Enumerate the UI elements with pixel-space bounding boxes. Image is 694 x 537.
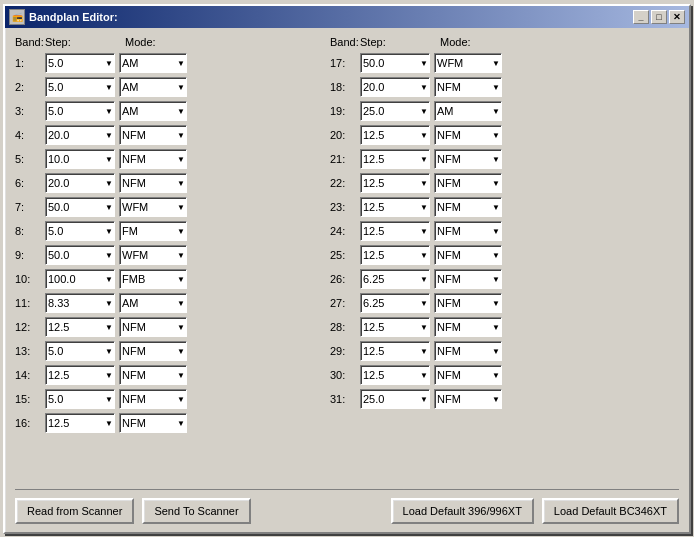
mode-select-24[interactable]: AMFMNFMWFMFMB — [434, 221, 502, 241]
mode-select-26[interactable]: AMFMNFMWFMFMB — [434, 269, 502, 289]
step-select-10[interactable]: 5.06.258.3310.012.520.025.050.0100.0 — [45, 269, 115, 289]
step-select-11[interactable]: 5.06.258.3310.012.520.025.050.0100.0 — [45, 293, 115, 313]
step-wrapper-15: 5.06.258.3310.012.520.025.050.0100.0 — [45, 389, 115, 409]
load-default-396-button[interactable]: Load Default 396/996XT — [391, 498, 534, 524]
step-select-15[interactable]: 5.06.258.3310.012.520.025.050.0100.0 — [45, 389, 115, 409]
step-select-30[interactable]: 5.06.258.3310.012.520.025.050.0100.0 — [360, 365, 430, 385]
step-select-23[interactable]: 5.06.258.3310.012.520.025.050.0100.0 — [360, 197, 430, 217]
step-select-16[interactable]: 5.06.258.3310.012.520.025.050.0100.0 — [45, 413, 115, 433]
step-select-22[interactable]: 5.06.258.3310.012.520.025.050.0100.0 — [360, 173, 430, 193]
step-select-24[interactable]: 5.06.258.3310.012.520.025.050.0100.0 — [360, 221, 430, 241]
mode-select-18[interactable]: AMFMNFMWFMFMB — [434, 77, 502, 97]
step-wrapper-29: 5.06.258.3310.012.520.025.050.0100.0 — [360, 341, 430, 361]
step-select-29[interactable]: 5.06.258.3310.012.520.025.050.0100.0 — [360, 341, 430, 361]
mode-select-11[interactable]: AMFMNFMWFMFMB — [119, 293, 187, 313]
band-row-29: 29:5.06.258.3310.012.520.025.050.0100.0A… — [330, 340, 650, 362]
band-row-27: 27:5.06.258.3310.012.520.025.050.0100.0A… — [330, 292, 650, 314]
mode-select-27[interactable]: AMFMNFMWFMFMB — [434, 293, 502, 313]
mode-select-21[interactable]: AMFMNFMWFMFMB — [434, 149, 502, 169]
load-default-bc346-button[interactable]: Load Default BC346XT — [542, 498, 679, 524]
band-label-18: 18: — [330, 81, 360, 93]
band-label-20: 20: — [330, 129, 360, 141]
send-to-scanner-button[interactable]: Send To Scanner — [142, 498, 250, 524]
mode-select-17[interactable]: AMFMNFMWFMFMB — [434, 53, 502, 73]
mode-select-22[interactable]: AMFMNFMWFMFMB — [434, 173, 502, 193]
mode-select-13[interactable]: AMFMNFMWFMFMB — [119, 341, 187, 361]
step-select-3[interactable]: 5.06.258.3310.012.520.025.050.0100.0 — [45, 101, 115, 121]
mode-select-5[interactable]: AMFMNFMWFMFMB — [119, 149, 187, 169]
footer: Read from Scanner Send To Scanner Load D… — [15, 489, 679, 524]
mode-select-29[interactable]: AMFMNFMWFMFMB — [434, 341, 502, 361]
mode-select-1[interactable]: AMFMNFMWFMFMB — [119, 53, 187, 73]
step-select-21[interactable]: 5.06.258.3310.012.520.025.050.0100.0 — [360, 149, 430, 169]
band-label-27: 27: — [330, 297, 360, 309]
mode-select-16[interactable]: AMFMNFMWFMFMB — [119, 413, 187, 433]
mode-select-6[interactable]: AMFMNFMWFMFMB — [119, 173, 187, 193]
step-select-7[interactable]: 5.06.258.3310.012.520.025.050.0100.0 — [45, 197, 115, 217]
step-select-27[interactable]: 5.06.258.3310.012.520.025.050.0100.0 — [360, 293, 430, 313]
step-wrapper-9: 5.06.258.3310.012.520.025.050.0100.0 — [45, 245, 115, 265]
band-label-14: 14: — [15, 369, 45, 381]
mode-wrapper-28: AMFMNFMWFMFMB — [434, 317, 502, 337]
step-select-26[interactable]: 5.06.258.3310.012.520.025.050.0100.0 — [360, 269, 430, 289]
close-button[interactable]: ✕ — [669, 10, 685, 24]
mode-select-10[interactable]: AMFMNFMWFMFMB — [119, 269, 187, 289]
mode-select-25[interactable]: AMFMNFMWFMFMB — [434, 245, 502, 265]
step-select-31[interactable]: 5.06.258.3310.012.520.025.050.0100.0 — [360, 389, 430, 409]
step-select-13[interactable]: 5.06.258.3310.012.520.025.050.0100.0 — [45, 341, 115, 361]
mode-select-3[interactable]: AMFMNFMWFMFMB — [119, 101, 187, 121]
mode-select-23[interactable]: AMFMNFMWFMFMB — [434, 197, 502, 217]
band-label-7: 7: — [15, 201, 45, 213]
mode-select-7[interactable]: AMFMNFMWFMFMB — [119, 197, 187, 217]
step-wrapper-30: 5.06.258.3310.012.520.025.050.0100.0 — [360, 365, 430, 385]
mode-select-4[interactable]: AMFMNFMWFMFMB — [119, 125, 187, 145]
mode-select-31[interactable]: AMFMNFMWFMFMB — [434, 389, 502, 409]
step-select-20[interactable]: 5.06.258.3310.012.520.025.050.0100.0 — [360, 125, 430, 145]
step-select-4[interactable]: 5.06.258.3310.012.520.025.050.0100.0 — [45, 125, 115, 145]
mode-select-20[interactable]: AMFMNFMWFMFMB — [434, 125, 502, 145]
read-from-scanner-button[interactable]: Read from Scanner — [15, 498, 134, 524]
mode-select-9[interactable]: AMFMNFMWFMFMB — [119, 245, 187, 265]
band-row-30: 30:5.06.258.3310.012.520.025.050.0100.0A… — [330, 364, 650, 386]
step-select-8[interactable]: 5.06.258.3310.012.520.025.050.0100.0 — [45, 221, 115, 241]
mode-wrapper-6: AMFMNFMWFMFMB — [119, 173, 187, 193]
band-label-8: 8: — [15, 225, 45, 237]
step-select-25[interactable]: 5.06.258.3310.012.520.025.050.0100.0 — [360, 245, 430, 265]
mode-wrapper-5: AMFMNFMWFMFMB — [119, 149, 187, 169]
mode-select-14[interactable]: AMFMNFMWFMFMB — [119, 365, 187, 385]
step-select-6[interactable]: 5.06.258.3310.012.520.025.050.0100.0 — [45, 173, 115, 193]
step-select-14[interactable]: 5.06.258.3310.012.520.025.050.0100.0 — [45, 365, 115, 385]
step-wrapper-11: 5.06.258.3310.012.520.025.050.0100.0 — [45, 293, 115, 313]
band-row-23: 23:5.06.258.3310.012.520.025.050.0100.0A… — [330, 196, 650, 218]
step-select-5[interactable]: 5.06.258.3310.012.520.025.050.0100.0 — [45, 149, 115, 169]
mode-wrapper-15: AMFMNFMWFMFMB — [119, 389, 187, 409]
mode-select-19[interactable]: AMFMNFMWFMFMB — [434, 101, 502, 121]
mode-select-8[interactable]: AMFMNFMWFMFMB — [119, 221, 187, 241]
step-select-17[interactable]: 5.06.258.3310.012.520.025.050.0100.0 — [360, 53, 430, 73]
mode-wrapper-17: AMFMNFMWFMFMB — [434, 53, 502, 73]
band-row-22: 22:5.06.258.3310.012.520.025.050.0100.0A… — [330, 172, 650, 194]
step-wrapper-19: 5.06.258.3310.012.520.025.050.0100.0 — [360, 101, 430, 121]
left-panel: Band: Step: Mode: 1:5.06.258.3310.012.52… — [15, 36, 320, 489]
mode-select-30[interactable]: AMFMNFMWFMFMB — [434, 365, 502, 385]
mode-select-12[interactable]: AMFMNFMWFMFMB — [119, 317, 187, 337]
step-select-1[interactable]: 5.06.258.3310.012.520.025.050.0100.0 — [45, 53, 115, 73]
mode-select-28[interactable]: AMFMNFMWFMFMB — [434, 317, 502, 337]
mode-select-15[interactable]: AMFMNFMWFMFMB — [119, 389, 187, 409]
step-select-12[interactable]: 5.06.258.3310.012.520.025.050.0100.0 — [45, 317, 115, 337]
maximize-button[interactable]: □ — [651, 10, 667, 24]
step-select-2[interactable]: 5.06.258.3310.012.520.025.050.0100.0 — [45, 77, 115, 97]
band-label-25: 25: — [330, 249, 360, 261]
minimize-button[interactable]: _ — [633, 10, 649, 24]
step-select-18[interactable]: 5.06.258.3310.012.520.025.050.0100.0 — [360, 77, 430, 97]
band-row-21: 21:5.06.258.3310.012.520.025.050.0100.0A… — [330, 148, 650, 170]
step-select-9[interactable]: 5.06.258.3310.012.520.025.050.0100.0 — [45, 245, 115, 265]
mode-wrapper-18: AMFMNFMWFMFMB — [434, 77, 502, 97]
mode-select-2[interactable]: AMFMNFMWFMFMB — [119, 77, 187, 97]
step-wrapper-13: 5.06.258.3310.012.520.025.050.0100.0 — [45, 341, 115, 361]
mode-wrapper-27: AMFMNFMWFMFMB — [434, 293, 502, 313]
step-select-28[interactable]: 5.06.258.3310.012.520.025.050.0100.0 — [360, 317, 430, 337]
step-wrapper-4: 5.06.258.3310.012.520.025.050.0100.0 — [45, 125, 115, 145]
step-select-19[interactable]: 5.06.258.3310.012.520.025.050.0100.0 — [360, 101, 430, 121]
mode-wrapper-13: AMFMNFMWFMFMB — [119, 341, 187, 361]
